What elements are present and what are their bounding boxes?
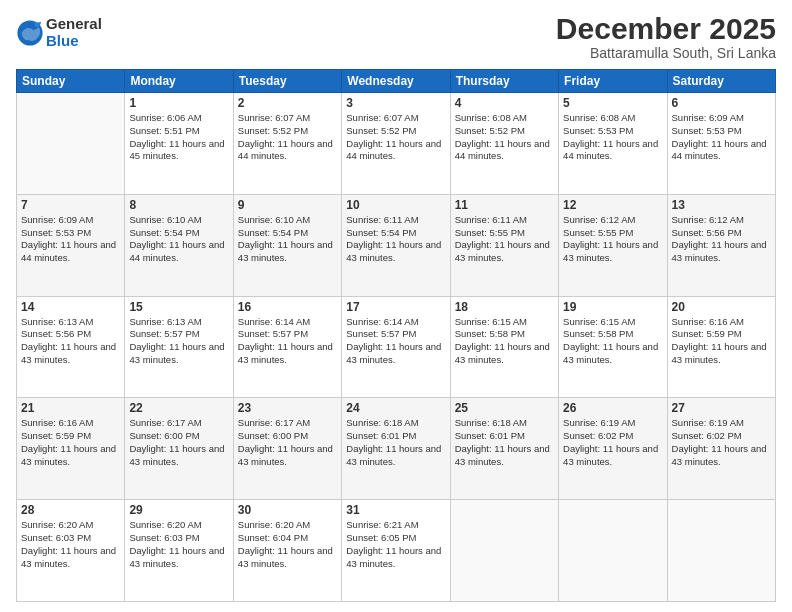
calendar-cell: 28Sunrise: 6:20 AMSunset: 6:03 PMDayligh… [17, 500, 125, 602]
day-number: 9 [238, 198, 337, 212]
day-number: 27 [672, 401, 771, 415]
calendar-cell [667, 500, 775, 602]
calendar-cell: 5Sunrise: 6:08 AMSunset: 5:53 PMDaylight… [559, 93, 667, 195]
day-number: 21 [21, 401, 120, 415]
calendar-cell: 22Sunrise: 6:17 AMSunset: 6:00 PMDayligh… [125, 398, 233, 500]
calendar-cell: 7Sunrise: 6:09 AMSunset: 5:53 PMDaylight… [17, 194, 125, 296]
logo-text: General Blue [46, 16, 102, 49]
calendar-cell: 1Sunrise: 6:06 AMSunset: 5:51 PMDaylight… [125, 93, 233, 195]
col-header-tuesday: Tuesday [233, 70, 341, 93]
day-number: 26 [563, 401, 662, 415]
cell-info: Sunrise: 6:15 AMSunset: 5:58 PMDaylight:… [455, 316, 554, 367]
calendar-cell: 24Sunrise: 6:18 AMSunset: 6:01 PMDayligh… [342, 398, 450, 500]
cell-info: Sunrise: 6:16 AMSunset: 5:59 PMDaylight:… [672, 316, 771, 367]
location: Battaramulla South, Sri Lanka [556, 45, 776, 61]
cell-info: Sunrise: 6:13 AMSunset: 5:57 PMDaylight:… [129, 316, 228, 367]
month-title: December 2025 [556, 12, 776, 45]
cell-info: Sunrise: 6:06 AMSunset: 5:51 PMDaylight:… [129, 112, 228, 163]
col-header-thursday: Thursday [450, 70, 558, 93]
calendar-cell: 15Sunrise: 6:13 AMSunset: 5:57 PMDayligh… [125, 296, 233, 398]
day-number: 2 [238, 96, 337, 110]
day-number: 24 [346, 401, 445, 415]
day-number: 3 [346, 96, 445, 110]
day-number: 29 [129, 503, 228, 517]
calendar-cell: 13Sunrise: 6:12 AMSunset: 5:56 PMDayligh… [667, 194, 775, 296]
cell-info: Sunrise: 6:20 AMSunset: 6:04 PMDaylight:… [238, 519, 337, 570]
calendar-cell: 9Sunrise: 6:10 AMSunset: 5:54 PMDaylight… [233, 194, 341, 296]
cell-info: Sunrise: 6:18 AMSunset: 6:01 PMDaylight:… [455, 417, 554, 468]
cell-info: Sunrise: 6:15 AMSunset: 5:58 PMDaylight:… [563, 316, 662, 367]
cell-info: Sunrise: 6:18 AMSunset: 6:01 PMDaylight:… [346, 417, 445, 468]
day-number: 11 [455, 198, 554, 212]
cell-info: Sunrise: 6:16 AMSunset: 5:59 PMDaylight:… [21, 417, 120, 468]
cell-info: Sunrise: 6:19 AMSunset: 6:02 PMDaylight:… [563, 417, 662, 468]
calendar-cell [559, 500, 667, 602]
calendar-cell: 2Sunrise: 6:07 AMSunset: 5:52 PMDaylight… [233, 93, 341, 195]
week-row-5: 28Sunrise: 6:20 AMSunset: 6:03 PMDayligh… [17, 500, 776, 602]
cell-info: Sunrise: 6:08 AMSunset: 5:52 PMDaylight:… [455, 112, 554, 163]
cell-info: Sunrise: 6:17 AMSunset: 6:00 PMDaylight:… [129, 417, 228, 468]
cell-info: Sunrise: 6:12 AMSunset: 5:56 PMDaylight:… [672, 214, 771, 265]
cell-info: Sunrise: 6:21 AMSunset: 6:05 PMDaylight:… [346, 519, 445, 570]
day-number: 10 [346, 198, 445, 212]
col-header-friday: Friday [559, 70, 667, 93]
calendar-cell: 6Sunrise: 6:09 AMSunset: 5:53 PMDaylight… [667, 93, 775, 195]
calendar-cell: 26Sunrise: 6:19 AMSunset: 6:02 PMDayligh… [559, 398, 667, 500]
day-number: 18 [455, 300, 554, 314]
cell-info: Sunrise: 6:07 AMSunset: 5:52 PMDaylight:… [238, 112, 337, 163]
calendar-cell: 19Sunrise: 6:15 AMSunset: 5:58 PMDayligh… [559, 296, 667, 398]
day-number: 14 [21, 300, 120, 314]
day-number: 7 [21, 198, 120, 212]
calendar-cell: 27Sunrise: 6:19 AMSunset: 6:02 PMDayligh… [667, 398, 775, 500]
day-number: 8 [129, 198, 228, 212]
day-number: 17 [346, 300, 445, 314]
logo-icon [16, 19, 44, 47]
calendar-cell: 12Sunrise: 6:12 AMSunset: 5:55 PMDayligh… [559, 194, 667, 296]
calendar-cell: 31Sunrise: 6:21 AMSunset: 6:05 PMDayligh… [342, 500, 450, 602]
calendar-cell: 21Sunrise: 6:16 AMSunset: 5:59 PMDayligh… [17, 398, 125, 500]
col-header-wednesday: Wednesday [342, 70, 450, 93]
week-row-4: 21Sunrise: 6:16 AMSunset: 5:59 PMDayligh… [17, 398, 776, 500]
calendar-cell: 23Sunrise: 6:17 AMSunset: 6:00 PMDayligh… [233, 398, 341, 500]
col-header-saturday: Saturday [667, 70, 775, 93]
day-number: 30 [238, 503, 337, 517]
day-number: 13 [672, 198, 771, 212]
day-number: 15 [129, 300, 228, 314]
calendar-cell: 25Sunrise: 6:18 AMSunset: 6:01 PMDayligh… [450, 398, 558, 500]
calendar-cell: 3Sunrise: 6:07 AMSunset: 5:52 PMDaylight… [342, 93, 450, 195]
cell-info: Sunrise: 6:12 AMSunset: 5:55 PMDaylight:… [563, 214, 662, 265]
header: General Blue December 2025 Battaramulla … [16, 12, 776, 61]
calendar-cell: 29Sunrise: 6:20 AMSunset: 6:03 PMDayligh… [125, 500, 233, 602]
day-number: 12 [563, 198, 662, 212]
cell-info: Sunrise: 6:07 AMSunset: 5:52 PMDaylight:… [346, 112, 445, 163]
day-number: 16 [238, 300, 337, 314]
week-row-3: 14Sunrise: 6:13 AMSunset: 5:56 PMDayligh… [17, 296, 776, 398]
calendar-cell [450, 500, 558, 602]
cell-info: Sunrise: 6:20 AMSunset: 6:03 PMDaylight:… [21, 519, 120, 570]
calendar-cell: 18Sunrise: 6:15 AMSunset: 5:58 PMDayligh… [450, 296, 558, 398]
week-row-2: 7Sunrise: 6:09 AMSunset: 5:53 PMDaylight… [17, 194, 776, 296]
calendar-cell: 10Sunrise: 6:11 AMSunset: 5:54 PMDayligh… [342, 194, 450, 296]
cell-info: Sunrise: 6:14 AMSunset: 5:57 PMDaylight:… [238, 316, 337, 367]
title-block: December 2025 Battaramulla South, Sri La… [556, 12, 776, 61]
cell-info: Sunrise: 6:20 AMSunset: 6:03 PMDaylight:… [129, 519, 228, 570]
cell-info: Sunrise: 6:11 AMSunset: 5:55 PMDaylight:… [455, 214, 554, 265]
col-header-monday: Monday [125, 70, 233, 93]
page: General Blue December 2025 Battaramulla … [0, 0, 792, 612]
calendar-cell: 16Sunrise: 6:14 AMSunset: 5:57 PMDayligh… [233, 296, 341, 398]
day-number: 25 [455, 401, 554, 415]
calendar-cell: 30Sunrise: 6:20 AMSunset: 6:04 PMDayligh… [233, 500, 341, 602]
logo-general-text: General [46, 16, 102, 33]
calendar-table: SundayMondayTuesdayWednesdayThursdayFrid… [16, 69, 776, 602]
cell-info: Sunrise: 6:08 AMSunset: 5:53 PMDaylight:… [563, 112, 662, 163]
cell-info: Sunrise: 6:19 AMSunset: 6:02 PMDaylight:… [672, 417, 771, 468]
logo: General Blue [16, 16, 102, 49]
cell-info: Sunrise: 6:14 AMSunset: 5:57 PMDaylight:… [346, 316, 445, 367]
day-number: 28 [21, 503, 120, 517]
calendar-cell [17, 93, 125, 195]
col-header-sunday: Sunday [17, 70, 125, 93]
day-number: 1 [129, 96, 228, 110]
cell-info: Sunrise: 6:10 AMSunset: 5:54 PMDaylight:… [238, 214, 337, 265]
day-number: 4 [455, 96, 554, 110]
day-number: 20 [672, 300, 771, 314]
